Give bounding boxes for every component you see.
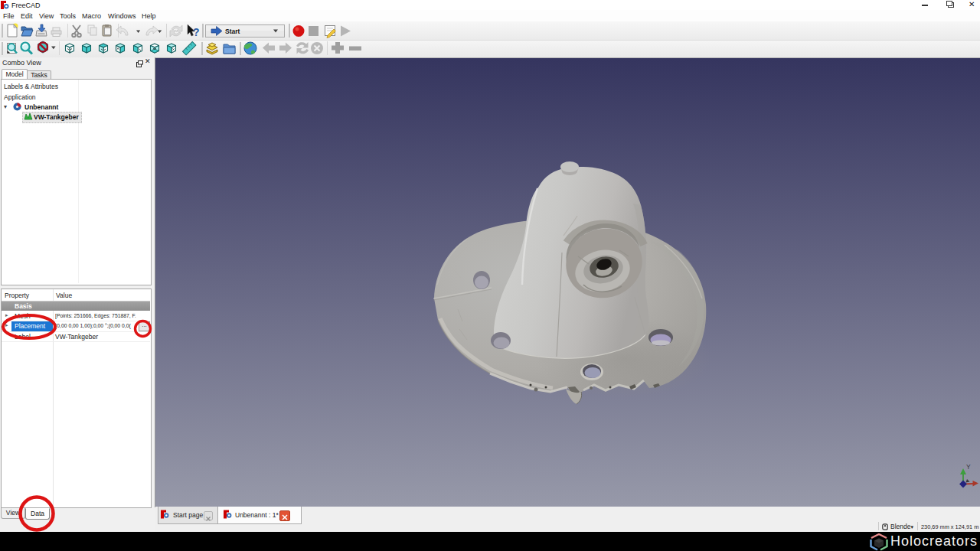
svg-text:?: ?	[193, 26, 200, 38]
svg-text:Start: Start	[225, 28, 240, 35]
svg-text:Y: Y	[966, 463, 971, 471]
